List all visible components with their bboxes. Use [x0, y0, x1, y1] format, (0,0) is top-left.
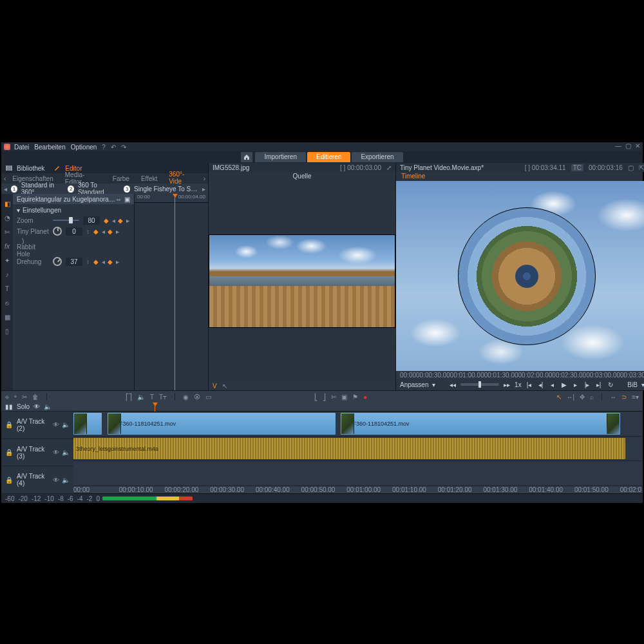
tool-crosshair-icon[interactable]: ✥: [580, 393, 585, 401]
step-back-icon[interactable]: ◂|: [537, 381, 545, 388]
track-3-lock-icon[interactable]: 🔒: [5, 449, 13, 456]
zoom-value[interactable]: 80: [83, 216, 100, 225]
solo-label[interactable]: Solo: [17, 403, 30, 410]
menu-edit[interactable]: Bearbeiten: [34, 144, 65, 151]
maximize-icon[interactable]: ▢: [625, 142, 631, 149]
library-icon[interactable]: [5, 164, 13, 172]
lock-all-icon[interactable]: ▮▮: [5, 403, 13, 410]
timeline-ruler-bottom[interactable]: 00:00 00:00:10.00 00:00:20.00 00:00:30.0…: [73, 486, 643, 494]
tool-record-icon[interactable]: ●: [363, 393, 367, 401]
fx-keyframe-timeline[interactable]: 00:00 00:00:04.00: [134, 194, 208, 390]
tool-3d-icon[interactable]: ◉: [183, 393, 189, 401]
track-4[interactable]: [73, 461, 643, 486]
fx-expand-icon[interactable]: ↔: [115, 196, 122, 203]
mode-3-label[interactable]: Single Fisheye To Standard: [134, 185, 198, 193]
track-2-eye-icon[interactable]: 👁: [53, 421, 59, 428]
step-fwd-icon[interactable]: |▸: [583, 381, 591, 388]
redo-icon[interactable]: ↷: [121, 144, 126, 151]
rotation-dial[interactable]: [51, 255, 64, 268]
go-start-icon[interactable]: |◂: [526, 381, 533, 388]
track-3-eye-icon[interactable]: 👁: [53, 449, 59, 456]
zoom-slider[interactable]: [53, 220, 79, 221]
tool-title2-icon[interactable]: Tᴛ: [159, 393, 167, 401]
fx-settings-header[interactable]: ▾ Einstellungen: [17, 207, 130, 214]
lock-icon[interactable]: ↕: [86, 228, 90, 235]
home-icon[interactable]: [241, 152, 252, 162]
tool-rev-icon[interactable]: ↔: [610, 393, 616, 401]
zoom-keyframe-controls[interactable]: ◆◂◆▸: [104, 218, 130, 223]
track-3[interactable]: 3theory_letsgoinstrumental.m4a: [73, 437, 643, 462]
track-header-2[interactable]: 🔒 A/V Track (2) 👁🔈: [1, 412, 73, 439]
tool-marker-icon[interactable]: ◔: [3, 213, 12, 222]
menu-file[interactable]: Datei: [14, 144, 29, 151]
fit-label[interactable]: Anpassen: [400, 381, 428, 388]
tool-link-icon[interactable]: ⎋: [3, 298, 12, 307]
tool-zoom-icon[interactable]: ⌕: [590, 393, 594, 401]
close-icon[interactable]: ✕: [635, 142, 640, 149]
tool-media-icon[interactable]: ◧: [3, 199, 12, 208]
source-tab-label[interactable]: Quelle: [209, 172, 395, 181]
pip-dropdown-icon[interactable]: ▾: [641, 381, 644, 388]
tool-fx-icon[interactable]: fx: [3, 242, 12, 251]
fx-playhead[interactable]: [175, 194, 175, 390]
track-header-3[interactable]: 🔒 A/V Track (3) 👁🔈: [1, 439, 73, 467]
tool-settings-icon[interactable]: ≡▾: [632, 393, 639, 401]
tool-cut-icon[interactable]: ✄: [3, 227, 12, 236]
chevron-right-icon[interactable]: ›: [204, 175, 205, 182]
tool-razor-icon[interactable]: ✄: [331, 393, 336, 401]
prev-frame-icon[interactable]: ◂: [549, 381, 556, 388]
next-mode-icon[interactable]: ▸: [202, 185, 205, 193]
snapshot-icon[interactable]: ▢: [628, 164, 634, 171]
tool-arrow-icon[interactable]: ↖: [556, 393, 562, 401]
tool-snap2-icon[interactable]: ▣: [341, 393, 347, 401]
tracks-area[interactable]: F360-118104251.mov F360-118104251.mov 3t…: [73, 402, 643, 494]
preview-viewer[interactable]: [396, 181, 644, 371]
track-2-speaker-icon[interactable]: 🔈: [62, 421, 70, 428]
clip-video-c[interactable]: F360-118104251.mov: [341, 413, 620, 435]
jog-scrubber[interactable]: [460, 383, 499, 386]
library-label[interactable]: Bibliothek: [17, 165, 44, 172]
prev-mode-icon[interactable]: ◂: [4, 185, 7, 193]
rotation-keyframe-controls[interactable]: ◆◂◆▸: [93, 259, 120, 264]
menu-options[interactable]: Optionen: [71, 144, 97, 151]
tool-flag-icon[interactable]: ⚑: [352, 393, 358, 401]
tool-music-icon[interactable]: ♪: [3, 270, 12, 279]
popout-icon[interactable]: ⇱: [639, 164, 644, 171]
loop-icon[interactable]: ↻: [607, 381, 614, 388]
clip-video-b[interactable]: F360-118104251.mov: [108, 413, 336, 435]
tool-bolt-icon[interactable]: ✦: [3, 256, 12, 265]
rotation-value[interactable]: 37: [66, 258, 82, 266]
help-icon[interactable]: ?: [102, 144, 106, 151]
solo-speaker-icon[interactable]: 🔈: [44, 403, 52, 410]
tool-magnet2-icon[interactable]: ⊃: [621, 393, 627, 401]
tool-stop-icon[interactable]: ▭: [205, 393, 211, 401]
tinyplanet-keyframe-controls[interactable]: ◆◂◆▸: [93, 229, 120, 234]
cursor-icon[interactable]: ↖: [222, 383, 227, 390]
fit-dropdown-icon[interactable]: ▾: [432, 381, 435, 388]
track-4-lock-icon[interactable]: 🔒: [5, 477, 13, 484]
source-v-label[interactable]: V: [213, 383, 217, 390]
track-4-eye-icon[interactable]: 👁: [53, 477, 59, 484]
track-4-speaker-icon[interactable]: 🔈: [62, 477, 70, 484]
tool-trash-icon[interactable]: 🗑: [32, 393, 39, 401]
clip-video-a[interactable]: [73, 413, 102, 435]
jog-back-icon[interactable]: ◂◂: [449, 381, 457, 388]
source-viewer[interactable]: [209, 181, 395, 381]
tool-vol-icon[interactable]: 🔈: [137, 393, 145, 401]
fx-preview-icon[interactable]: ▣: [124, 196, 130, 203]
go-end-icon[interactable]: ▸|: [595, 381, 603, 388]
tool-globe-icon[interactable]: ⦿: [194, 393, 200, 401]
undo-icon[interactable]: ↶: [111, 144, 116, 151]
tool-hand-icon[interactable]: ↔|: [567, 393, 575, 401]
track-lock-icon[interactable]: 🔒: [5, 421, 13, 428]
lock-icon-2[interactable]: ↕: [86, 258, 90, 265]
track-header-4[interactable]: 🔒 A/V Track (4) 👁🔈: [1, 466, 73, 494]
preview-ruler[interactable]: 00:00 00:00:30.00 00:01:00.00 00:01:30.0…: [396, 371, 644, 379]
tool-split-icon[interactable]: ✂: [22, 393, 27, 401]
tool-markerout-icon[interactable]: ⎦: [323, 393, 326, 401]
clip-audio[interactable]: 3theory_letsgoinstrumental.m4a: [73, 438, 625, 460]
tool-magnet-icon[interactable]: ⎆: [5, 393, 9, 401]
tab-import[interactable]: Importieren: [255, 152, 306, 162]
preview-tab-label[interactable]: Timeline: [396, 172, 644, 181]
next-frame-icon[interactable]: ▸: [572, 381, 580, 388]
